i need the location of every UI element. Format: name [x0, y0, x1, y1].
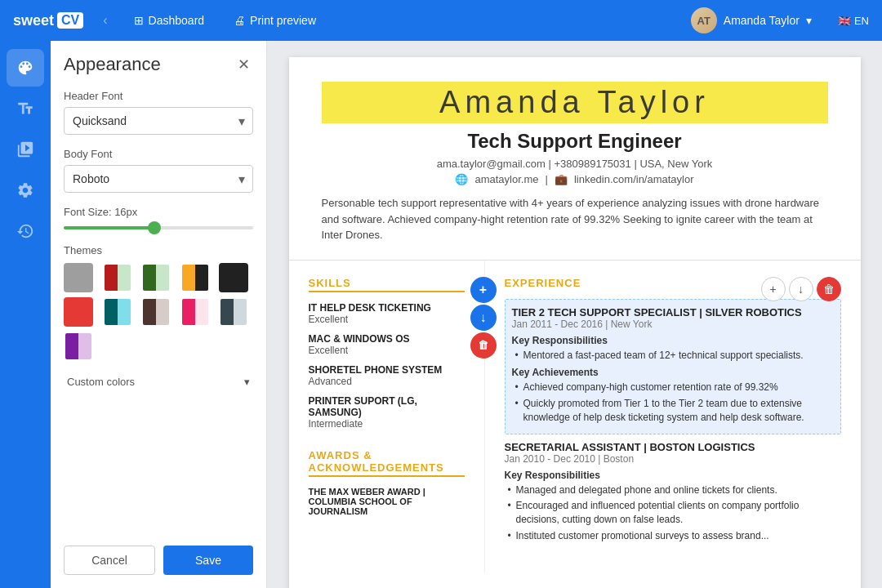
resume-left-column: SKILLS IT HELP DESK TICKETING Excellent … — [289, 261, 485, 572]
exp-bullet-1-1: Mentored a fast-paced team of 12+ techni… — [512, 349, 834, 363]
exp-company-1: TIER 2 TECH SUPPORT SPECIALIST | Silver … — [512, 306, 834, 318]
header-font-select-wrapper: Quicksand Roboto Open Sans ▾ — [64, 107, 253, 135]
exp-bullet-1-2: Achieved company-high customer retention… — [512, 381, 834, 394]
theme-swatch-5[interactable] — [219, 263, 248, 292]
resume-header-section: Amanda Taylor Tech Support Engineer ama.… — [289, 57, 861, 261]
font-size-label: Font Size: 16px — [64, 206, 253, 218]
nav-separator: ‹ — [103, 13, 107, 28]
theme-swatch-6[interactable] — [64, 297, 93, 327]
resume-website: amataylor.me — [474, 173, 538, 185]
skill-level-2: Excellent — [309, 345, 465, 356]
exp-bullet-2-3: Instituted customer promotional surveys … — [505, 529, 841, 543]
appearance-panel: Appearance ✕ Header Font Quicksand Robot… — [51, 41, 267, 588]
user-menu[interactable]: AT Amanda Taylor ▾ — [691, 7, 812, 33]
section-actions: + ↓ 🗑 — [761, 277, 841, 301]
print-icon: 🖨 — [234, 14, 245, 27]
user-name: Amanda Taylor — [724, 14, 800, 27]
sidebar-item-layout[interactable] — [7, 131, 44, 168]
body-font-select-wrapper: Roboto Open Sans Lato ▾ — [64, 165, 253, 193]
exp-achievements-title-1: Key Achievements — [512, 367, 834, 378]
cancel-button[interactable]: Cancel — [64, 546, 155, 575]
exp-bullet-2-1: Managed and delegated phone and online t… — [505, 483, 841, 497]
logo-sweet-text: sweet — [13, 12, 54, 29]
skill-item-4: PRINTER SUPORT (LG, SAMSUNG) Intermediat… — [309, 395, 465, 430]
resume-summary: Personable tech support representative w… — [322, 195, 828, 243]
sidebar-item-history[interactable] — [7, 212, 44, 250]
custom-colors-chevron-icon: ▾ — [244, 376, 250, 388]
main-layout: Appearance ✕ Header Font Quicksand Robot… — [0, 41, 882, 588]
resume-title: Tech Support Engineer — [322, 130, 828, 153]
skills-section-title: SKILLS — [309, 277, 465, 292]
theme-swatch-11[interactable] — [64, 332, 93, 361]
panel-header: Appearance ✕ — [64, 54, 253, 75]
award-name-1: THE MAX WEBER AWARD |Columbia School of … — [309, 487, 465, 516]
section-delete-button[interactable]: 🗑 — [817, 277, 841, 301]
add-section-button[interactable]: + — [470, 277, 497, 303]
skill-level-3: Advanced — [309, 376, 465, 387]
skill-name-4: PRINTER SUPORT (LG, SAMSUNG) — [309, 395, 465, 418]
body-font-label: Body Font — [64, 148, 253, 160]
save-button[interactable]: Save — [163, 546, 253, 575]
linkedin-icon: 💼 — [555, 173, 568, 185]
dashboard-label: Dashboard — [149, 14, 205, 27]
sidebar-item-text[interactable] — [7, 90, 44, 127]
panel-title: Appearance — [64, 54, 161, 75]
resume-area: Amanda Taylor Tech Support Engineer ama.… — [267, 41, 882, 588]
resume-name: Amanda Taylor — [322, 82, 828, 123]
exp-responsibilities-title-1: Key Responsibilities — [512, 335, 834, 346]
dashboard-button[interactable]: ⊞ Dashboard — [127, 11, 212, 30]
print-preview-label: Print preview — [250, 14, 316, 27]
move-down-button[interactable]: ↓ — [470, 305, 497, 331]
flag-icon: 🇬🇧 — [838, 15, 851, 27]
skill-name-2: MAC & WINDOWS OS — [309, 333, 465, 345]
skill-item-2: MAC & WINDOWS OS Excellent — [309, 333, 465, 356]
exp-date-2: Jan 2010 - Dec 2010 | Boston — [505, 453, 841, 465]
skill-name-3: SHORETEL PHONE SYSTEM — [309, 364, 465, 376]
section-down-button[interactable]: ↓ — [789, 277, 813, 301]
skill-name-1: IT HELP DESK TICKETING — [309, 302, 465, 314]
exp-company-2: SECRETARIAL ASSISTANT | Boston Logistics — [505, 441, 841, 453]
theme-swatch-7[interactable] — [103, 297, 132, 327]
resume-contact: ama.taylor@gmail.com | +380989175031 | U… — [322, 158, 828, 170]
icon-sidebar — [0, 41, 51, 588]
theme-swatch-3[interactable] — [141, 263, 171, 292]
user-chevron-icon: ▾ — [806, 14, 812, 27]
experience-item-2: SECRETARIAL ASSISTANT | Boston Logistics… — [505, 441, 841, 543]
theme-swatch-2[interactable] — [103, 263, 132, 292]
panel-actions: Cancel Save — [64, 546, 253, 575]
body-font-select[interactable]: Roboto Open Sans Lato — [64, 165, 253, 193]
language-label: EN — [854, 15, 869, 27]
resume-body: SKILLS IT HELP DESK TICKETING Excellent … — [289, 261, 861, 572]
skill-level-1: Excellent — [309, 314, 465, 325]
section-add-button[interactable]: + — [761, 277, 786, 301]
resume-page: Amanda Taylor Tech Support Engineer ama.… — [289, 57, 861, 588]
font-size-slider[interactable] — [64, 226, 253, 229]
delete-section-button[interactable]: 🗑 — [470, 332, 497, 359]
exp-date-1: Jan 2011 - Dec 2016 | New York — [512, 318, 834, 330]
themes-label: Themes — [64, 244, 253, 256]
sidebar-item-palette[interactable] — [7, 49, 44, 87]
sidebar-item-settings[interactable] — [7, 172, 44, 209]
theme-swatch-9[interactable] — [180, 297, 210, 327]
theme-swatch-4[interactable] — [180, 263, 210, 292]
print-preview-button[interactable]: 🖨 Print preview — [227, 11, 323, 30]
skill-level-4: Intermediate — [309, 418, 465, 430]
dashboard-icon: ⊞ — [134, 14, 144, 27]
float-actions: + ↓ 🗑 — [470, 277, 497, 359]
close-panel-button[interactable]: ✕ — [234, 55, 253, 74]
exp-responsibilities-title-2: Key Responsibilities — [505, 470, 841, 481]
header-font-select[interactable]: Quicksand Roboto Open Sans — [64, 107, 253, 135]
custom-colors-label: Custom colors — [67, 376, 135, 388]
theme-swatch-10[interactable] — [219, 297, 248, 327]
language-selector[interactable]: 🇬🇧 EN — [838, 15, 869, 27]
skill-item-1: IT HELP DESK TICKETING Excellent — [309, 302, 465, 325]
theme-swatch-1[interactable] — [64, 263, 93, 292]
logo: sweet CV — [13, 12, 83, 29]
theme-swatch-8[interactable] — [141, 297, 171, 327]
resume-links: 🌐 amataylor.me | 💼 linkedin.com/in/amata… — [322, 173, 828, 185]
logo-cv-badge: CV — [57, 12, 83, 29]
header-font-label: Header Font — [64, 90, 253, 102]
exp-bullet-1-3: Quickly promoted from Tier 1 to the Tier… — [512, 397, 834, 425]
awards-section-title: AWARDS &ACKNOWLEDGEMENTS — [309, 449, 465, 477]
custom-colors-row[interactable]: Custom colors ▾ — [64, 369, 253, 394]
